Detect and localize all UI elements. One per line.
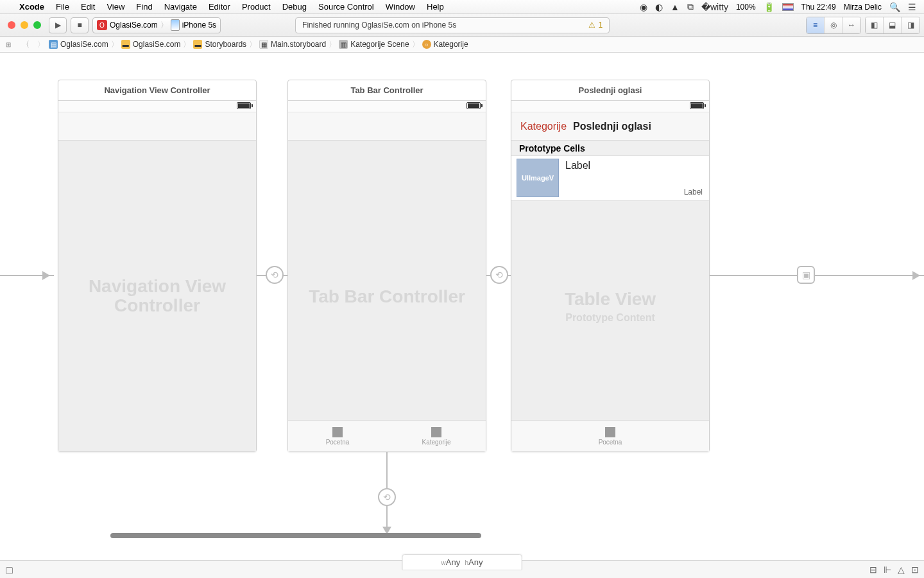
title-label[interactable]: Label	[565, 160, 590, 198]
scene-title[interactable]: Tab Bar Controller	[288, 80, 486, 101]
scene-title[interactable]: Navigation View Controller	[58, 80, 256, 101]
scene-title[interactable]: Poslednji oglasi	[511, 80, 709, 101]
placeholder-label: Navigation View Controller	[58, 277, 256, 317]
tab-pocetna[interactable]: Pocetna	[288, 421, 387, 451]
navigation-bar[interactable]: Kategorije Poslednji oglasi	[511, 112, 709, 141]
notification-center-icon[interactable]: ☰	[908, 2, 916, 12]
menu-source-control[interactable]: Source Control	[318, 2, 374, 12]
battery-icon	[237, 102, 251, 109]
spotlight-icon[interactable]: 🔍	[889, 2, 900, 12]
jb-project[interactable]: ▤OglasiSe.com	[49, 40, 108, 49]
warning-icon: ⚠	[588, 21, 595, 30]
status-bar	[511, 101, 709, 112]
uiimageview[interactable]: UIImageV	[517, 159, 559, 197]
xcode-toolbar: ▶ ■ O OglasiSe.com 〉 iPhone 5s Finished …	[0, 14, 924, 37]
scene-tabbar-controller[interactable]: Tab Bar Controller Tab Bar Controller Po…	[287, 80, 486, 452]
jb-scene[interactable]: ▥Kategorije Scene	[339, 40, 409, 49]
assistant-editor-icon[interactable]: ◎	[825, 17, 843, 33]
activity-text: Finished running OglasiSe.com on iPhone …	[302, 21, 456, 30]
tab-bar[interactable]: Pocetna Kategorije	[288, 420, 486, 451]
scene-poslednji-oglasi[interactable]: Poslednji oglasi Kategorije Poslednji og…	[511, 80, 710, 452]
segue-root-viewcontroller[interactable]: ⟲	[266, 266, 284, 284]
subtitle-label[interactable]: Label	[684, 188, 703, 197]
close-window[interactable]	[8, 21, 15, 29]
project-icon: ▤	[49, 40, 58, 49]
battery-percent: 100%	[736, 3, 756, 12]
nav-back[interactable]: 〈	[18, 39, 33, 50]
menu-file[interactable]: File	[56, 2, 69, 12]
menu-editor[interactable]: Editor	[209, 2, 230, 12]
back-button[interactable]: Kategorije	[520, 121, 567, 132]
toggle-debug-icon[interactable]: ⬓	[884, 17, 902, 33]
macos-menubar: Xcode File Edit View Find Navigate Edito…	[0, 0, 924, 14]
viber-icon[interactable]: ◉	[640, 2, 647, 12]
dropbox-icon[interactable]: ⧉	[687, 1, 694, 12]
prototype-cell[interactable]: UIImageV Label Label	[511, 156, 709, 201]
jb-group-1[interactable]: ▬OglasiSe.com	[121, 40, 181, 49]
jb-storyboard[interactable]: ▦Main.storyboard	[259, 40, 326, 49]
tab-bar[interactable]: Pocetna	[511, 420, 709, 451]
editor-mode-segmented[interactable]: ≡ ◎ ↔	[806, 17, 861, 34]
run-button[interactable]: ▶	[49, 17, 67, 33]
panel-toggle-segmented[interactable]: ◧ ⬓ ◨	[865, 17, 920, 34]
menu-view[interactable]: View	[107, 2, 124, 12]
horizontal-scrollbar[interactable]	[110, 533, 481, 538]
align-icon[interactable]: ⊟	[869, 565, 877, 575]
scheme-selector[interactable]: O OglasiSe.com 〉 iPhone 5s	[92, 17, 221, 33]
issues-badge[interactable]: ⚠ 1	[588, 21, 603, 30]
toggle-utilities-icon[interactable]: ◨	[902, 17, 920, 33]
standard-editor-icon[interactable]: ≡	[807, 17, 825, 33]
menu-help[interactable]: Help	[427, 2, 444, 12]
clock[interactable]: Thu 22:49	[801, 3, 836, 12]
menu-edit[interactable]: Edit	[81, 2, 95, 12]
storyboard-canvas[interactable]: Navigation View Controller Navigation Vi…	[0, 53, 924, 560]
nav-forward[interactable]: 〉	[33, 39, 49, 50]
segue-relationship[interactable]: ⟲	[490, 266, 508, 284]
dnd-icon[interactable]: ◐	[655, 2, 663, 12]
stop-button[interactable]: ■	[71, 17, 89, 33]
segue-embed[interactable]: ▣	[797, 266, 815, 284]
scene-navigation-controller[interactable]: Navigation View Controller Navigation Vi…	[58, 80, 257, 452]
menu-debug[interactable]: Debug	[282, 2, 307, 12]
scene-icon: ▥	[339, 40, 348, 49]
segue-line-3[interactable]	[710, 275, 924, 276]
app-name[interactable]: Xcode	[19, 2, 44, 12]
activity-viewer[interactable]: Finished running OglasiSe.com on iPhone …	[295, 17, 610, 33]
menu-window[interactable]: Window	[386, 2, 415, 12]
zoom-window[interactable]	[33, 21, 41, 29]
related-items-icon[interactable]: ⊞	[4, 40, 13, 49]
menu-product[interactable]: Product	[242, 2, 271, 12]
battery-icon	[466, 102, 481, 109]
pin-icon[interactable]: ⊩	[884, 565, 891, 575]
segue-relationship-2[interactable]: ⟲	[378, 488, 396, 506]
menu-navigate[interactable]: Navigate	[164, 2, 197, 12]
user-name[interactable]: Mirza Delic	[844, 3, 882, 12]
device-icon	[171, 19, 180, 31]
initial-vc-arrow[interactable]	[0, 275, 54, 276]
battery-icon[interactable]: 🔋	[764, 2, 774, 12]
drive-icon[interactable]: ▲	[671, 2, 680, 12]
toggle-outline-icon[interactable]: ▢	[5, 565, 13, 575]
scheme-device: iPhone 5s	[182, 21, 216, 30]
wifi-icon[interactable]: �witty	[701, 2, 728, 12]
nav-title[interactable]: Poslednji oglasi	[573, 121, 651, 132]
scheme-project: OglasiSe.com	[110, 21, 158, 30]
resizing-icon[interactable]: ⊡	[911, 565, 919, 575]
resolve-issues-icon[interactable]: △	[898, 565, 905, 575]
toggle-navigator-icon[interactable]: ◧	[866, 17, 884, 33]
tab-pocetna[interactable]: Pocetna	[511, 421, 709, 451]
viewcontroller-icon: ○	[422, 40, 431, 49]
navigation-bar[interactable]	[58, 112, 256, 141]
version-editor-icon[interactable]: ↔	[843, 17, 860, 33]
size-class-control[interactable]: wAny hAny	[402, 554, 522, 570]
scheme-icon: O	[97, 20, 107, 30]
jb-group-2[interactable]: ▬Storyboards	[193, 40, 246, 49]
input-flag-icon[interactable]	[782, 3, 794, 11]
battery-icon	[690, 102, 704, 109]
warning-count: 1	[598, 21, 603, 30]
navigation-bar[interactable]	[288, 112, 486, 141]
tab-kategorije[interactable]: Kategorije	[387, 421, 486, 451]
jb-viewcontroller[interactable]: ○Kategorije	[422, 40, 468, 49]
minimize-window[interactable]	[21, 21, 28, 29]
menu-find[interactable]: Find	[136, 2, 152, 12]
